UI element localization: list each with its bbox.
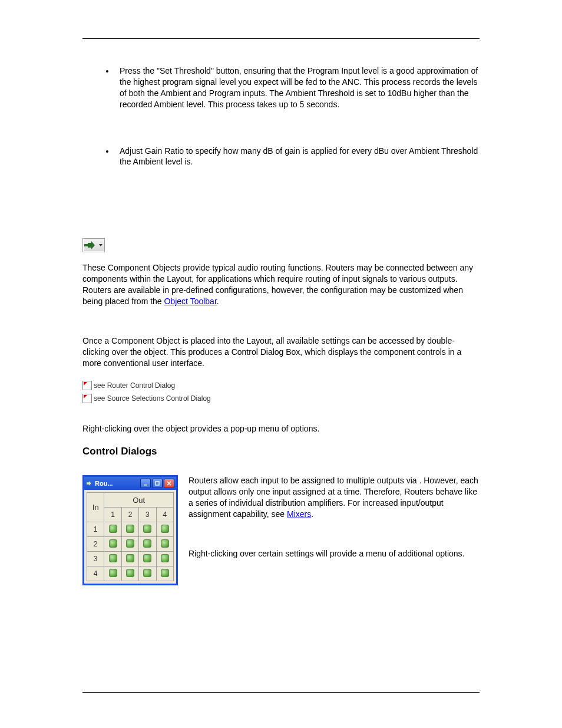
router-toolbar-icon[interactable] <box>82 238 105 252</box>
crosspoint[interactable] <box>121 566 138 581</box>
in-header: In <box>87 493 104 522</box>
router-matrix: In Out 1 2 3 4 1 <box>87 492 174 581</box>
crosspoint[interactable] <box>156 522 173 537</box>
svg-rect-1 <box>144 485 147 486</box>
crosspoint-dot-icon <box>109 569 117 577</box>
crosspoint-dot-icon <box>161 554 169 562</box>
see-label: see Router Control Dialog <box>94 381 175 390</box>
col-header: 2 <box>121 508 138 522</box>
crosspoint[interactable] <box>156 537 173 552</box>
see-router-dialog-link[interactable]: see Router Control Dialog <box>82 381 480 390</box>
out-header: Out <box>104 493 174 508</box>
control-dialogs-heading: Control Dialogs <box>82 446 480 457</box>
router-intro-paragraph: These Component Objects provide typical … <box>82 262 480 307</box>
col-header: 4 <box>156 508 173 522</box>
text: Routers allow each input to be assigned … <box>189 476 478 519</box>
maximize-button[interactable] <box>152 479 163 488</box>
crosspoint-dot-icon <box>126 554 134 562</box>
right-click-settings-paragraph: Right-clicking over certain settings wil… <box>189 548 480 559</box>
svg-rect-2 <box>156 482 159 485</box>
crosspoint[interactable] <box>139 522 156 537</box>
crosspoint-dot-icon <box>161 569 169 577</box>
see-source-selections-link[interactable]: see Source Selections Control Dialog <box>82 394 480 403</box>
crosspoint[interactable] <box>121 537 138 552</box>
router-titlebar[interactable]: Rou... <box>84 477 176 490</box>
mixers-link[interactable]: Mixers <box>287 509 311 519</box>
router-window-title: Rou... <box>95 480 113 487</box>
crosspoint-dot-icon <box>143 569 151 577</box>
row-header: 3 <box>87 552 104 566</box>
crosspoint[interactable] <box>156 552 173 566</box>
crosspoint[interactable] <box>139 552 156 566</box>
bullet-gain-ratio: Adjust Gain Ratio to specify how many dB… <box>115 146 480 168</box>
text: . <box>311 509 313 519</box>
crosspoint[interactable] <box>104 552 121 566</box>
crosspoint[interactable] <box>104 537 121 552</box>
col-header: 3 <box>139 508 156 522</box>
crosspoint-dot-icon <box>126 525 134 533</box>
crosspoint-dot-icon <box>126 539 134 548</box>
router-window-icon <box>86 480 93 487</box>
minimize-button[interactable] <box>140 479 151 488</box>
page-link-icon <box>82 381 92 390</box>
router-dialog-window: Rou... In Out 1 2 3 <box>82 475 178 585</box>
right-click-paragraph: Right-clicking over the object provides … <box>82 423 480 434</box>
see-label: see Source Selections Control Dialog <box>94 394 211 403</box>
text: . <box>217 297 219 306</box>
crosspoint[interactable] <box>121 552 138 566</box>
crosspoint-dot-icon <box>109 554 117 562</box>
object-toolbar-link[interactable]: Object Toolbar <box>164 297 217 306</box>
bottom-rule <box>82 692 480 693</box>
crosspoint[interactable] <box>139 566 156 581</box>
dropdown-caret-icon <box>99 244 103 246</box>
row-header: 2 <box>87 537 104 552</box>
row-header: 4 <box>87 566 104 581</box>
row-header: 1 <box>87 522 104 537</box>
crosspoint-dot-icon <box>143 525 151 533</box>
instruction-list: Press the "Set Threshold" button, ensuri… <box>82 65 480 167</box>
page-link-icon <box>82 394 92 403</box>
crosspoint-dot-icon <box>161 525 169 533</box>
close-button[interactable] <box>164 479 174 488</box>
text: These Component Objects provide typical … <box>82 263 473 306</box>
col-header: 1 <box>104 508 121 522</box>
crosspoint[interactable] <box>104 566 121 581</box>
crosspoint-dot-icon <box>143 554 151 562</box>
crosspoint-dot-icon <box>109 525 117 533</box>
crosspoint[interactable] <box>121 522 138 537</box>
crosspoint[interactable] <box>139 537 156 552</box>
crosspoint-dot-icon <box>143 539 151 548</box>
crosspoint[interactable] <box>104 522 121 537</box>
crosspoint-dot-icon <box>126 569 134 577</box>
crosspoint-dot-icon <box>109 539 117 548</box>
crosspoint-dot-icon <box>161 539 169 548</box>
router-behavior-paragraph: Routers allow each input to be assigned … <box>189 475 480 520</box>
top-rule <box>82 38 480 39</box>
bullet-set-threshold: Press the "Set Threshold" button, ensuri… <box>115 65 480 110</box>
control-dialog-paragraph: Once a Component Object is placed into t… <box>82 335 480 369</box>
crosspoint[interactable] <box>156 566 173 581</box>
svg-rect-0 <box>84 244 88 246</box>
